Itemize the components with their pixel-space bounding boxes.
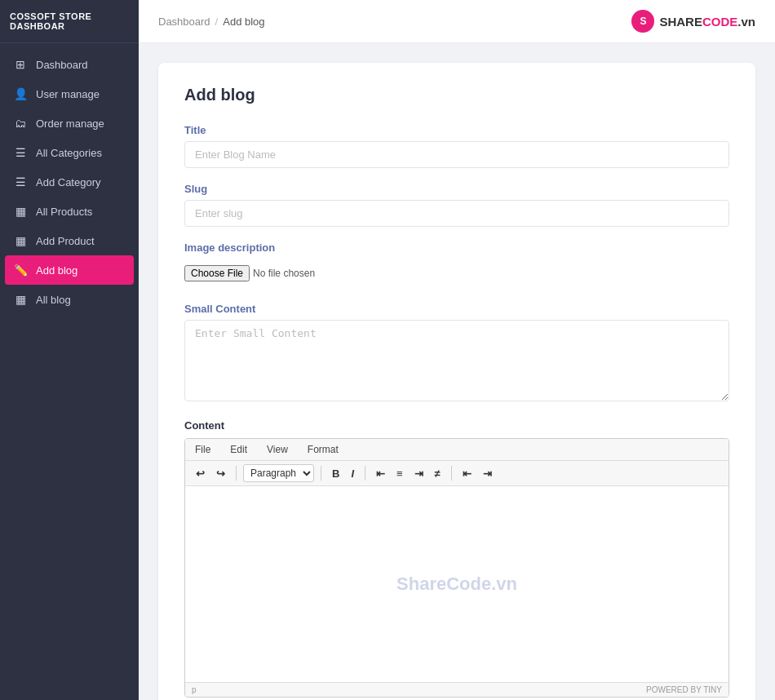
sidebar-item-label: All blog (36, 294, 71, 306)
add-blog-card: Add blog Title Slug Image description Sm (158, 63, 755, 700)
sidebar-item-label: All Categories (36, 147, 102, 159)
small-content-group: Small Content (184, 303, 729, 405)
sidebar-item-add-category[interactable]: ☰ Add Category (0, 167, 139, 197)
editor-watermark: ShareCode.vn (396, 574, 517, 595)
main-area: Dashboard / Add blog S SHARECODE.vn Add … (139, 0, 775, 700)
sidebar-item-add-product[interactable]: ▦ Add Product (0, 226, 139, 255)
toolbar-separator-1 (236, 466, 237, 481)
bold-button[interactable]: B (328, 465, 343, 482)
categories-icon: ☰ (13, 146, 28, 159)
sidebar-item-label: Add blog (36, 264, 78, 277)
paragraph-select[interactable]: Paragraph (243, 464, 314, 482)
sidebar-title: COSSOFT STORE DASHBOAR (0, 0, 139, 43)
toolbar-separator-2 (321, 466, 321, 481)
breadcrumb-separator: / (215, 16, 219, 28)
align-center-button[interactable]: ≡ (392, 465, 407, 482)
sidebar-item-label: User manage (36, 88, 100, 100)
sidebar-item-all-products[interactable]: ▦ All Products (0, 197, 139, 226)
slug-label: Slug (184, 183, 729, 195)
user-icon: 👤 (13, 87, 28, 100)
title-group: Title (184, 124, 729, 168)
small-content-label: Small Content (184, 303, 729, 315)
sidebar-item-label: All Products (36, 206, 92, 218)
align-right-button[interactable]: ⇥ (410, 465, 427, 482)
sidebar-item-label: Add Category (36, 176, 101, 188)
align-justify-button[interactable]: ≠ (431, 465, 445, 482)
editor-footer-left: p (192, 685, 197, 694)
toolbar-separator-3 (365, 466, 365, 481)
outdent-button[interactable]: ⇤ (458, 465, 476, 482)
topbar: Dashboard / Add blog S SHARECODE.vn (139, 0, 775, 43)
sidebar-item-dashboard[interactable]: ⊞ Dashboard (0, 50, 139, 79)
sidebar-item-label: Order manage (36, 117, 104, 130)
sidebar-item-user-manage[interactable]: 👤 User manage (0, 79, 139, 109)
image-desc-group: Image description (184, 241, 729, 288)
add-category-icon: ☰ (13, 175, 28, 188)
editor-wrapper: File Edit View Format ↩ ↪ Paragraph (184, 438, 729, 698)
add-blog-icon: ✏️ (13, 264, 28, 277)
title-label: Title (184, 124, 729, 136)
menu-format[interactable]: Format (304, 442, 342, 457)
content-group: Content File Edit View Format ↩ ↪ (184, 419, 729, 698)
editor-body[interactable]: ShareCode.vn (185, 486, 728, 682)
image-file-input[interactable] (184, 265, 370, 281)
image-desc-row (184, 259, 729, 288)
add-product-icon: ▦ (13, 234, 28, 247)
order-icon: 🗂 (13, 117, 28, 130)
content-label: Content (184, 419, 729, 432)
sidebar-nav: ⊞ Dashboard 👤 User manage 🗂 Order manage… (0, 43, 139, 700)
align-left-button[interactable]: ⇤ (372, 465, 389, 482)
logo-suffix: .vn (737, 15, 755, 29)
page-title: Add blog (184, 86, 729, 104)
sidebar-item-all-blog[interactable]: ▦ All blog (0, 285, 139, 314)
sidebar-item-order-manage[interactable]: 🗂 Order manage (0, 109, 139, 138)
indent-button[interactable]: ⇥ (479, 465, 496, 482)
undo-button[interactable]: ↩ (192, 465, 209, 482)
sidebar: COSSOFT STORE DASHBOAR ⊞ Dashboard 👤 Use… (0, 0, 139, 700)
menu-file[interactable]: File (192, 442, 214, 457)
image-desc-label: Image description (184, 241, 729, 254)
breadcrumb-home[interactable]: Dashboard (158, 16, 210, 28)
logo-pink: CODE (702, 15, 737, 29)
logo-black: SHARE (659, 15, 702, 29)
logo: S SHARECODE.vn (631, 10, 755, 33)
redo-button[interactable]: ↪ (212, 465, 229, 482)
logo-icon: S (631, 10, 654, 33)
sidebar-item-add-blog[interactable]: ✏️ Add blog (5, 255, 134, 285)
slug-input[interactable] (184, 200, 729, 227)
content-area: Add blog Title Slug Image description Sm (139, 43, 775, 700)
sidebar-item-label: Add Product (36, 235, 95, 247)
editor-toolbar: ↩ ↪ Paragraph B I ⇤ ≡ ⇥ ≠ (185, 461, 728, 486)
logo-text: SHARECODE.vn (659, 15, 755, 29)
slug-group: Slug (184, 183, 729, 227)
menu-view[interactable]: View (264, 442, 291, 457)
breadcrumb: Dashboard / Add blog (158, 16, 265, 28)
small-content-textarea[interactable] (184, 320, 729, 401)
editor-menubar: File Edit View Format (185, 439, 728, 461)
italic-button[interactable]: I (347, 465, 358, 482)
sidebar-item-label: Dashboard (36, 59, 88, 71)
title-input[interactable] (184, 141, 729, 168)
breadcrumb-current: Add blog (223, 16, 264, 28)
sidebar-item-all-categories[interactable]: ☰ All Categories (0, 138, 139, 167)
dashboard-icon: ⊞ (13, 58, 28, 71)
editor-footer: p POWERED BY TINY (185, 682, 728, 697)
all-products-icon: ▦ (13, 205, 28, 218)
editor-footer-right: POWERED BY TINY (646, 685, 722, 694)
toolbar-separator-4 (451, 466, 452, 481)
all-blog-icon: ▦ (13, 293, 28, 306)
menu-edit[interactable]: Edit (227, 442, 250, 457)
